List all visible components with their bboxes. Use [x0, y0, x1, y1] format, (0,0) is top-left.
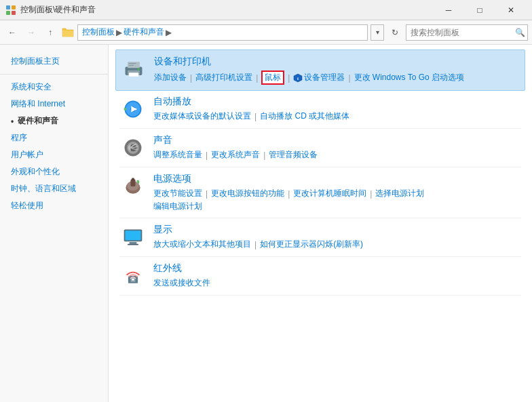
sidebar-item-home[interactable]: 控制面板主页 [0, 53, 108, 70]
sidebar: 控制面板主页 系统和安全 网络和 Internet 硬件和声音 程序 用户帐户 … [0, 45, 109, 402]
up-button[interactable]: ↑ [42, 24, 58, 41]
infrared-icon [119, 262, 147, 289]
devices-title[interactable]: 设备和打印机 [154, 56, 211, 68]
category-devices: 设备和打印机 添加设备 | 高级打印机设置 | 鼠标 | i 设备管理器 [115, 49, 525, 91]
sidebar-item-hardware[interactable]: 硬件和声音 [0, 113, 108, 129]
category-power: 电源选项 更改节能设置 | 更改电源按钮的功能 | 更改计算机睡眠时间 | 选择… [119, 167, 521, 218]
sound-links: 调整系统音量 | 更改系统声音 | 管理音频设备 [153, 149, 521, 161]
svg-rect-7 [129, 73, 138, 76]
svg-rect-1 [12, 5, 16, 9]
sidebar-divider-1 [0, 74, 108, 75]
link-mouse[interactable]: 鼠标 [261, 71, 284, 85]
link-power-plan[interactable]: 选择电源计划 [375, 188, 424, 199]
link-refresh-rate[interactable]: 如何更正显示器闪烁(刷新率) [260, 239, 363, 250]
power-links-2: 编辑电源计划 [153, 201, 521, 212]
title-bar-icon [5, 5, 16, 16]
address-field[interactable]: 控制面板 ▶ 硬件和声音 ▶ [77, 24, 368, 41]
link-sleep-time[interactable]: 更改计算机睡眠时间 [293, 188, 366, 199]
sound-content: 声音 调整系统音量 | 更改系统声音 | 管理音频设备 [153, 134, 521, 161]
search-input[interactable] [411, 28, 512, 37]
close-button[interactable]: ✕ [495, 0, 527, 20]
power-content: 电源选项 更改节能设置 | 更改电源按钮的功能 | 更改计算机睡眠时间 | 选择… [153, 173, 521, 212]
svg-rect-2 [6, 11, 10, 15]
link-change-sound[interactable]: 更改系统声音 [211, 149, 260, 161]
refresh-button[interactable]: ↻ [387, 24, 403, 41]
address-dropdown-button[interactable]: ▾ [370, 24, 384, 41]
sidebar-item-network[interactable]: 网络和 Internet [0, 96, 108, 113]
maximize-button[interactable]: □ [464, 0, 495, 20]
autoplay-links: 更改媒体或设备的默认设置 | 自动播放 CD 或其他媒体 [153, 110, 521, 122]
link-text-size[interactable]: 放大或缩小文本和其他项目 [153, 239, 251, 250]
search-icon[interactable]: 🔍 [515, 28, 525, 37]
link-printer-settings[interactable]: 高级打印机设置 [195, 72, 252, 83]
forward-button[interactable]: → [23, 24, 39, 41]
svg-rect-28 [128, 244, 138, 245]
autoplay-title[interactable]: 自动播放 [153, 96, 191, 108]
address-bar: ← → ↑ 控制面板 ▶ 硬件和声音 ▶ ▾ ↻ 🔍 [0, 20, 532, 45]
back-button[interactable]: ← [4, 24, 20, 41]
link-device-manager[interactable]: 设备管理器 [304, 72, 345, 83]
svg-text:i: i [297, 75, 299, 81]
search-box[interactable]: 🔍 [406, 24, 528, 41]
link-power-button[interactable]: 更改电源按钮的功能 [211, 188, 284, 199]
folder-icon [61, 26, 75, 39]
svg-rect-10 [129, 65, 134, 66]
category-sound: 声音 调整系统音量 | 更改系统声音 | 管理音频设备 [119, 129, 521, 167]
sound-icon [119, 134, 147, 161]
title-bar-title: 控制面板\硬件和声音 [20, 4, 433, 16]
breadcrumb-hardware[interactable]: 硬件和声音 [124, 26, 164, 38]
infrared-content: 红外线 发送或接收文件 [153, 262, 521, 289]
infrared-title[interactable]: 红外线 [153, 262, 182, 275]
power-icon [119, 173, 147, 200]
sidebar-item-clock[interactable]: 时钟、语言和区域 [0, 180, 108, 197]
power-title[interactable]: 电源选项 [153, 173, 191, 185]
sidebar-item-security[interactable]: 系统和安全 [0, 79, 108, 96]
svg-rect-9 [129, 63, 136, 64]
sidebar-item-ease[interactable]: 轻松使用 [0, 197, 108, 214]
minimize-button[interactable]: ─ [433, 0, 464, 20]
content-area: 设备和打印机 添加设备 | 高级打印机设置 | 鼠标 | i 设备管理器 [109, 45, 532, 402]
main-layout: 控制面板主页 系统和安全 网络和 Internet 硬件和声音 程序 用户帐户 … [0, 45, 532, 402]
link-change-media[interactable]: 更改媒体或设备的默认设置 [153, 110, 251, 122]
category-infrared: 红外线 发送或接收文件 [119, 257, 521, 296]
display-icon [119, 224, 147, 251]
autoplay-content: 自动播放 更改媒体或设备的默认设置 | 自动播放 CD 或其他媒体 [153, 96, 521, 122]
svg-rect-24 [132, 178, 134, 181]
svg-point-31 [132, 279, 134, 281]
breadcrumb-control-panel[interactable]: 控制面板 [82, 26, 115, 38]
title-bar-controls: ─ □ ✕ [433, 0, 527, 20]
link-add-device[interactable]: 添加设备 [154, 72, 187, 83]
sidebar-item-appearance[interactable]: 外观和个性化 [0, 163, 108, 180]
autoplay-icon [119, 96, 147, 123]
svg-rect-3 [12, 11, 16, 15]
link-autoplay-cd[interactable]: 自动播放 CD 或其他媒体 [260, 110, 349, 122]
display-links: 放大或缩小文本和其他项目 | 如何更正显示器闪烁(刷新率) [153, 239, 521, 250]
display-title[interactable]: 显示 [153, 224, 172, 236]
display-content: 显示 放大或缩小文本和其他项目 | 如何更正显示器闪烁(刷新率) [153, 224, 521, 250]
title-bar: 控制面板\硬件和声音 ─ □ ✕ [0, 0, 532, 20]
devices-links: 添加设备 | 高级打印机设置 | 鼠标 | i 设备管理器 | 更改 Windo… [154, 71, 520, 85]
svg-rect-27 [130, 242, 137, 244]
link-power-settings[interactable]: 更改节能设置 [153, 188, 202, 199]
svg-point-8 [137, 68, 140, 71]
link-adjust-volume[interactable]: 调整系统音量 [153, 149, 202, 161]
svg-rect-17 [124, 108, 127, 110]
sound-title[interactable]: 声音 [153, 134, 172, 146]
svg-rect-0 [6, 5, 10, 9]
link-manage-audio[interactable]: 管理音频设备 [269, 149, 318, 161]
infrared-links: 发送或接收文件 [153, 277, 521, 289]
sidebar-item-programs[interactable]: 程序 [0, 129, 108, 146]
sidebar-item-accounts[interactable]: 用户帐户 [0, 146, 108, 163]
devices-icon [120, 56, 147, 83]
svg-rect-26 [125, 230, 140, 240]
link-windows-to-go[interactable]: 更改 Windows To Go 启动选项 [354, 72, 464, 83]
link-edit-plan[interactable]: 编辑电源计划 [153, 201, 202, 212]
category-autoplay: 自动播放 更改媒体或设备的默认设置 | 自动播放 CD 或其他媒体 [119, 90, 521, 129]
category-display: 显示 放大或缩小文本和其他项目 | 如何更正显示器闪烁(刷新率) [119, 218, 521, 257]
power-links: 更改节能设置 | 更改电源按钮的功能 | 更改计算机睡眠时间 | 选择电源计划 [153, 188, 521, 199]
devices-content: 设备和打印机 添加设备 | 高级打印机设置 | 鼠标 | i 设备管理器 [154, 56, 520, 85]
link-send-receive[interactable]: 发送或接收文件 [153, 277, 210, 289]
